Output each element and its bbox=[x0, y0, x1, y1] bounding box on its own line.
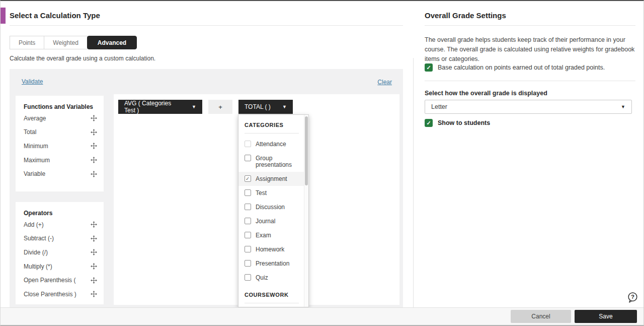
operator-item-label: Subtract (-) bbox=[24, 235, 54, 242]
caret-down-icon: ▼ bbox=[192, 104, 196, 109]
show-to-students-checkbox-row[interactable]: ✓ Show to students bbox=[425, 119, 490, 127]
category-label: Group presentations bbox=[256, 155, 299, 168]
function-item-label: Average bbox=[24, 115, 46, 122]
move-icon[interactable] bbox=[91, 143, 97, 149]
function-item-label: Minimum bbox=[24, 143, 48, 150]
accent-tab bbox=[1, 8, 6, 24]
calculation-settings-dialog: Select a Calculation Type Points Weighte… bbox=[0, 0, 644, 326]
save-button[interactable]: Save bbox=[575, 310, 637, 323]
avg-chip-label: AVG ( Categories Test ) bbox=[124, 100, 183, 114]
dropdown-section-header: COURSEWORK bbox=[245, 285, 299, 303]
display-select-label: Select how the overall grade is displaye… bbox=[425, 90, 547, 97]
panel-divider bbox=[413, 58, 414, 307]
title-divider bbox=[425, 25, 635, 26]
functions-heading: Functions and Variables bbox=[16, 96, 104, 111]
grade-display-select[interactable]: Letter ▼ bbox=[425, 100, 632, 114]
category-option[interactable]: Test bbox=[238, 186, 304, 200]
function-item[interactable]: Total bbox=[16, 125, 104, 140]
validate-link[interactable]: Validate bbox=[22, 78, 43, 85]
show-to-students-label: Show to students bbox=[438, 119, 490, 126]
category-label: Exam bbox=[256, 232, 271, 239]
operator-item[interactable]: Subtract (-) bbox=[16, 232, 104, 246]
move-icon[interactable] bbox=[91, 221, 97, 228]
category-checkbox[interactable] bbox=[245, 260, 251, 267]
checked-checkbox-icon[interactable]: ✓ bbox=[425, 119, 433, 127]
operator-item[interactable]: Divide (/) bbox=[16, 245, 104, 259]
move-icon[interactable] bbox=[91, 277, 97, 284]
move-icon[interactable] bbox=[91, 235, 97, 242]
category-checkbox[interactable] bbox=[245, 232, 251, 238]
category-option[interactable]: Group presentations bbox=[238, 151, 304, 172]
move-icon[interactable] bbox=[91, 291, 97, 297]
category-option[interactable]: Homework bbox=[238, 242, 304, 256]
caret-down-icon: ▼ bbox=[282, 104, 287, 109]
function-item[interactable]: Minimum bbox=[16, 139, 104, 153]
overall-grade-description: The overall grade helps students keep tr… bbox=[425, 35, 638, 64]
category-checkbox[interactable] bbox=[245, 175, 251, 182]
category-label: Attendance bbox=[256, 141, 286, 148]
operator-item[interactable]: Multiply (*) bbox=[16, 259, 104, 274]
move-icon[interactable] bbox=[91, 263, 97, 270]
move-icon[interactable] bbox=[91, 157, 97, 163]
avg-function-chip[interactable]: AVG ( Categories Test ) ▼ bbox=[118, 100, 202, 114]
function-item-label: Maximum bbox=[24, 157, 50, 164]
settings-divider bbox=[425, 81, 635, 81]
category-option[interactable]: Quiz bbox=[238, 271, 304, 285]
scrollbar-thumb[interactable] bbox=[305, 116, 308, 185]
operators-heading: Operators bbox=[16, 202, 104, 218]
operators-list: Add (+) Subtract (-) bbox=[16, 218, 104, 301]
title-divider bbox=[10, 25, 403, 26]
page-title: Select a Calculation Type bbox=[10, 11, 100, 20]
operators-card: Operators Add (+) Sub bbox=[16, 202, 104, 304]
total-chip-label: TOTAL ( ) bbox=[245, 103, 271, 110]
calculation-type-tab[interactable]: Weighted bbox=[44, 36, 87, 49]
move-icon[interactable] bbox=[91, 171, 97, 177]
function-item[interactable]: Variable bbox=[16, 167, 104, 181]
category-label: Journal bbox=[256, 218, 275, 225]
clear-link[interactable]: Clear bbox=[377, 79, 392, 86]
category-checkbox[interactable] bbox=[245, 204, 251, 210]
category-option[interactable]: Attendance bbox=[238, 137, 304, 151]
categories-list: CATEGORIES Attendance Group presentation… bbox=[238, 115, 304, 307]
total-function-chip[interactable]: TOTAL ( ) ▼ bbox=[238, 100, 293, 114]
category-option[interactable]: Exam bbox=[238, 228, 304, 242]
function-item[interactable]: Maximum bbox=[16, 153, 104, 167]
category-checkbox[interactable] bbox=[245, 218, 251, 224]
caret-down-icon: ▼ bbox=[621, 104, 625, 109]
base-calculation-label: Base calculation on points earned out of… bbox=[438, 64, 605, 71]
add-operator-chip[interactable]: + bbox=[208, 100, 232, 114]
move-icon[interactable] bbox=[91, 129, 97, 136]
category-label: Assignment bbox=[256, 175, 287, 182]
category-checkbox[interactable] bbox=[245, 274, 251, 281]
operator-item[interactable]: Open Parenthesis ( bbox=[16, 273, 104, 287]
category-option[interactable]: Presentation bbox=[238, 256, 304, 271]
function-item-label: Total bbox=[24, 128, 36, 136]
dropdown-scrollbar[interactable] bbox=[304, 115, 308, 307]
operator-item-label: Add (+) bbox=[24, 221, 44, 228]
category-option[interactable]: Assignment bbox=[238, 172, 304, 186]
cancel-button[interactable]: Cancel bbox=[511, 310, 571, 323]
grade-display-value: Letter bbox=[431, 103, 447, 110]
calculation-type-tab[interactable]: Advanced bbox=[87, 36, 137, 49]
category-label: Homework bbox=[256, 246, 284, 253]
operator-item-label: Divide (/) bbox=[24, 249, 48, 256]
category-option[interactable]: Discussion bbox=[238, 200, 304, 214]
category-checkbox[interactable] bbox=[245, 246, 251, 252]
help-button[interactable]: ? bbox=[627, 292, 638, 303]
category-checkbox[interactable] bbox=[245, 189, 251, 196]
move-icon[interactable] bbox=[91, 115, 97, 121]
expression-chip-row: AVG ( Categories Test ) ▼ + TOTAL ( ) ▼ bbox=[114, 94, 399, 114]
checked-checkbox-icon[interactable]: ✓ bbox=[425, 63, 433, 72]
operator-item-label: Multiply (*) bbox=[24, 263, 52, 270]
operator-item[interactable]: Close Parenthesis ) bbox=[16, 287, 104, 301]
base-calculation-checkbox-row[interactable]: ✓ Base calculation on points earned out … bbox=[425, 63, 605, 72]
function-item-label: Variable bbox=[24, 170, 45, 177]
category-checkbox[interactable] bbox=[245, 141, 251, 147]
calculation-type-tab[interactable]: Points bbox=[10, 36, 44, 49]
category-checkbox[interactable] bbox=[245, 155, 251, 161]
move-icon[interactable] bbox=[91, 249, 97, 255]
operator-item[interactable]: Add (+) bbox=[16, 218, 104, 232]
plus-chip-label: + bbox=[218, 103, 222, 111]
category-option[interactable]: Journal bbox=[238, 214, 304, 228]
function-item[interactable]: Average bbox=[16, 111, 104, 125]
